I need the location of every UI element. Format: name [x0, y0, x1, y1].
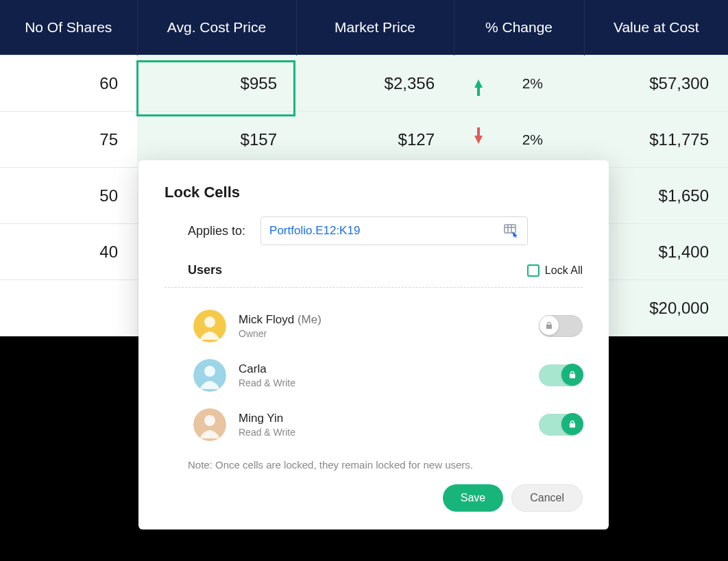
user-role: Read & Write — [239, 377, 295, 388]
lock-icon — [561, 413, 583, 435]
change-value: 2% — [522, 132, 543, 147]
table-row[interactable]: 75$157$1272%$11,775 — [0, 112, 728, 168]
avatar — [193, 310, 226, 342]
cell-shares[interactable]: 50 — [0, 168, 137, 224]
range-picker-icon[interactable] — [504, 224, 519, 238]
lock-all-label: Lock All — [545, 264, 583, 277]
cell-market-price[interactable]: $2,356 — [296, 55, 454, 112]
lock-all-row[interactable]: Lock All — [527, 264, 583, 277]
cell-shares[interactable]: 60 — [0, 55, 137, 112]
cell-percent-change[interactable]: 2% — [454, 112, 584, 168]
svg-point-5 — [204, 316, 215, 327]
user-name: Carla — [239, 362, 295, 376]
lock-toggle[interactable] — [539, 414, 583, 436]
cell-shares[interactable] — [0, 280, 137, 336]
cell-shares[interactable]: 75 — [0, 112, 137, 168]
user-row: Mick Floyd (Me)Owner — [165, 301, 583, 351]
cell-avg-cost[interactable]: $157 — [137, 112, 296, 168]
lock-icon — [561, 364, 583, 386]
range-input[interactable]: Portfolio.E12:K19 — [260, 216, 528, 245]
col-header-percent-change[interactable]: % Change — [454, 0, 584, 55]
users-section-title: Users — [165, 263, 222, 277]
cancel-button[interactable]: Cancel — [511, 484, 583, 512]
user-me-label: (Me) — [294, 313, 321, 326]
cell-market-price[interactable]: $127 — [296, 112, 454, 168]
lock-icon — [539, 315, 559, 336]
dialog-title: Lock Cells — [165, 184, 583, 201]
arrow-down-icon — [474, 136, 483, 144]
lock-all-checkbox[interactable] — [527, 264, 539, 277]
cell-shares[interactable]: 40 — [0, 224, 137, 280]
user-role: Read & Write — [239, 427, 295, 438]
lock-cells-note: Note: Once cells are locked, they remain… — [165, 459, 583, 471]
range-value: Portfolio.E12:K19 — [269, 224, 360, 238]
section-separator — [165, 287, 583, 288]
user-row: CarlaRead & Write — [165, 351, 583, 400]
applies-to-label: Applies to: — [188, 224, 245, 238]
svg-point-9 — [204, 415, 215, 426]
save-button[interactable]: Save — [443, 484, 503, 512]
lock-cells-dialog: Lock Cells Applies to: Portfolio.E12:K19… — [138, 160, 609, 529]
user-row: Ming YinRead & Write — [165, 400, 583, 449]
user-name: Mick Floyd (Me) — [239, 313, 321, 327]
cell-avg-cost[interactable]: $955 — [137, 55, 296, 112]
col-header-avg-cost[interactable]: Avg. Cost Price — [137, 0, 296, 55]
cell-value-at-cost[interactable]: $57,300 — [584, 55, 728, 112]
lock-toggle[interactable] — [539, 315, 583, 337]
col-header-shares[interactable]: No Of Shares — [0, 0, 137, 55]
svg-point-7 — [204, 366, 215, 377]
table-row[interactable]: 60$955$2,3562%$57,300 — [0, 55, 728, 112]
user-role: Owner — [239, 328, 321, 339]
change-value: 2% — [522, 75, 543, 91]
lock-toggle[interactable] — [539, 364, 583, 386]
avatar — [193, 408, 226, 441]
svg-rect-0 — [505, 225, 515, 233]
user-name: Ming Yin — [239, 412, 295, 425]
arrow-up-icon — [474, 79, 483, 88]
cell-percent-change[interactable]: 2% — [454, 55, 584, 112]
cell-value-at-cost[interactable]: $11,775 — [584, 112, 728, 168]
avatar — [193, 359, 226, 392]
col-header-market-price[interactable]: Market Price — [296, 0, 454, 55]
col-header-value-at-cost[interactable]: Value at Cost — [584, 0, 728, 55]
